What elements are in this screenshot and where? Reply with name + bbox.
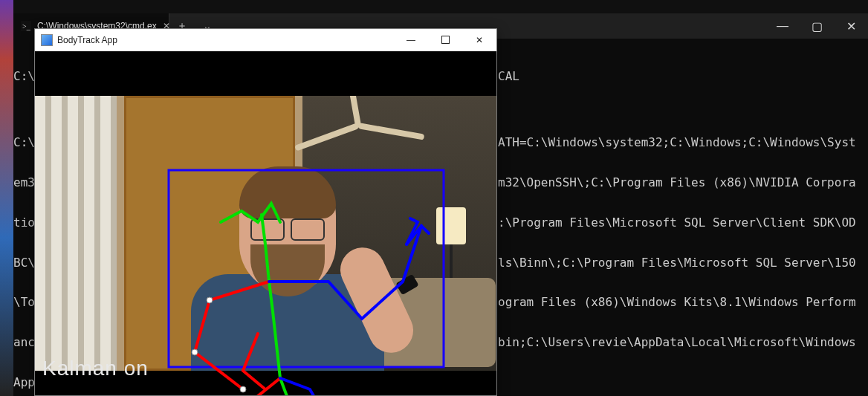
terminal-window-controls: — ▢ ✕ bbox=[765, 13, 868, 39]
maximize-button[interactable]: ▢ bbox=[800, 13, 834, 39]
term-line: ATH=C:\Windows\system32;C:\Windows;C:\Wi… bbox=[498, 136, 856, 149]
maximize-icon bbox=[441, 36, 450, 44]
bodytrack-window: BodyTrack App — ✕ bbox=[34, 28, 497, 396]
term-line: ls\Binn\;C:\Program Files\Microsoft SQL … bbox=[498, 256, 856, 270]
close-button[interactable]: ✕ bbox=[834, 13, 868, 39]
app-close-button[interactable]: ✕ bbox=[462, 29, 496, 51]
app-icon bbox=[41, 34, 53, 46]
svg-text:>_: >_ bbox=[22, 22, 31, 30]
app-maximize-button[interactable] bbox=[428, 29, 462, 51]
term-line: :\Program Files\Microsoft SQL Server\Cli… bbox=[498, 216, 856, 230]
term-line: CAL bbox=[498, 70, 856, 83]
term-line: ogram Files (x86)\Windows Kits\8.1\Windo… bbox=[498, 296, 856, 309]
status-text: Kalman on bbox=[42, 357, 149, 380]
desktop-sliver bbox=[0, 0, 13, 396]
svg-point-5 bbox=[240, 386, 246, 392]
app-title: BodyTrack App bbox=[57, 35, 117, 45]
minimize-button[interactable]: — bbox=[765, 13, 800, 39]
app-minimize-button[interactable]: — bbox=[394, 29, 428, 51]
term-line: bin;C:\Users\revie\AppData\Local\Microso… bbox=[498, 336, 856, 349]
cmd-icon: >_ bbox=[21, 21, 31, 31]
term-line: m32\OpenSSH\;C:\Program Files (x86)\NVID… bbox=[498, 176, 856, 189]
app-titlebar[interactable]: BodyTrack App — ✕ bbox=[35, 29, 496, 51]
app-canvas: Kalman on bbox=[35, 51, 496, 395]
webcam-frame bbox=[35, 96, 496, 371]
svg-rect-2 bbox=[441, 36, 449, 44]
